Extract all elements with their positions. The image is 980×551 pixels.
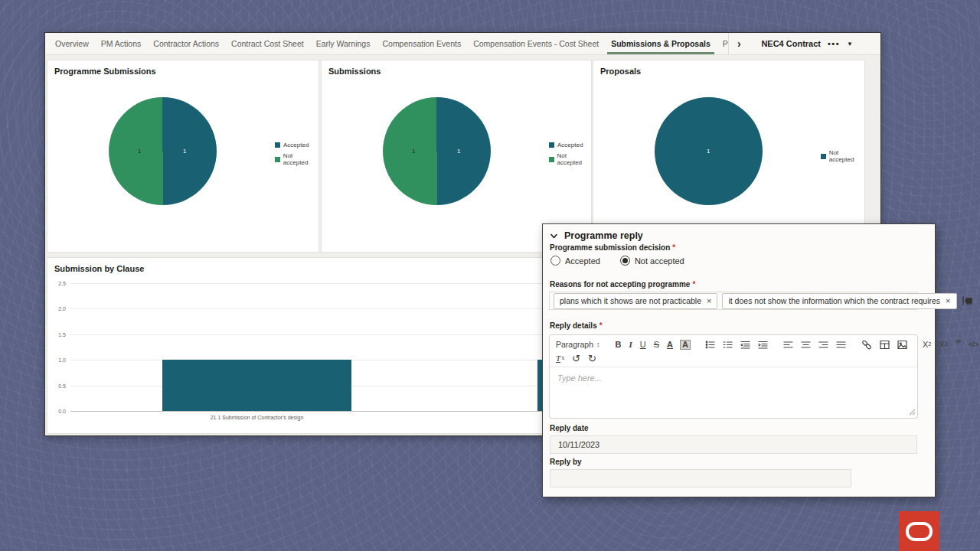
reasons-field-label: Reasons for not accepting programme* <box>550 280 695 289</box>
reason-chip[interactable]: it does not show the information which t… <box>722 293 956 309</box>
insert-link-icon[interactable] <box>861 340 872 350</box>
pie-value-accepted: 1 <box>457 148 460 155</box>
y-axis-tick: 1.5 <box>47 332 66 337</box>
chip-remove-icon[interactable]: × <box>707 296 711 305</box>
blockquote-icon[interactable]: ” <box>956 339 961 350</box>
underline-button[interactable]: U <box>640 341 646 349</box>
redo-icon[interactable]: ↻ <box>588 354 596 364</box>
pie-chart-proposals[interactable]: 1 <box>655 97 763 205</box>
chip-remove-icon[interactable]: × <box>946 296 950 305</box>
oracle-o-icon <box>906 522 933 541</box>
rich-text-editor: Paragraph ↕ B I U S A A <box>549 334 918 419</box>
legend-label: Not accepted <box>829 149 864 163</box>
radio-option-not-accepted[interactable]: Not accepted <box>620 256 684 266</box>
tab-contractor-actions[interactable]: Contractor Actions <box>147 33 225 54</box>
align-center-icon[interactable] <box>801 340 811 350</box>
pie-value-not-accepted: 1 <box>138 148 141 155</box>
required-marker: * <box>672 243 675 252</box>
tab-compensation-events[interactable]: Compensation Events <box>376 33 467 54</box>
legend-item-accepted[interactable]: Accepted <box>275 142 318 148</box>
radio-unselected-icon[interactable] <box>550 256 560 266</box>
legend-item-not-accepted[interactable]: Not accepted <box>549 152 591 166</box>
contract-title: NEC4 Contract <box>761 39 821 48</box>
tab-overview[interactable]: Overview <box>49 33 95 54</box>
strikethrough-button[interactable]: S <box>654 341 659 349</box>
subscript-button[interactable]: X2 <box>923 341 932 349</box>
dialog-header: Programme reply <box>550 230 643 241</box>
tab-compensation-events-cost-sheet[interactable]: Compensation Events - Cost Sheet <box>467 33 605 54</box>
y-axis-tick: 1.0 <box>47 357 66 363</box>
indent-icon[interactable] <box>758 340 768 350</box>
insert-table-icon[interactable] <box>880 340 890 350</box>
insert-image-icon[interactable] <box>897 340 907 350</box>
italic-button[interactable]: I <box>629 341 632 349</box>
resize-handle-icon[interactable] <box>909 405 916 419</box>
code-view-icon[interactable]: </> <box>969 341 979 348</box>
legend-item-not-accepted[interactable]: Not accepted <box>275 152 318 166</box>
radio-label: Accepted <box>565 256 600 266</box>
superscript-button[interactable]: X2 <box>939 341 949 349</box>
justify-icon[interactable] <box>836 340 846 350</box>
tab-proposals-cost-sheet[interactable]: Proposals - Cost Sheet <box>717 33 729 54</box>
paragraph-style-dropdown[interactable]: Paragraph ↕ <box>556 341 600 349</box>
outdent-icon[interactable] <box>740 340 750 350</box>
bar-21-1-submission[interactable] <box>162 360 351 411</box>
chart-legend: Not accepted <box>821 149 864 163</box>
chart-title: Proposals <box>600 67 641 76</box>
y-axis-tick: 0.0 <box>47 409 66 414</box>
contract-dropdown-caret-icon[interactable]: ▼ <box>847 41 853 47</box>
legend-item-accepted[interactable]: Accepted <box>549 142 591 148</box>
tab-bar: Overview PM Actions Contractor Actions C… <box>45 33 880 55</box>
contract-header: NEC4 Contract ••• ▼ <box>749 33 880 54</box>
oracle-logo <box>899 511 939 551</box>
y-axis-tick: 2.5 <box>47 281 66 286</box>
select-from-list-icon[interactable] <box>962 293 973 308</box>
bold-button[interactable]: B <box>616 341 622 349</box>
more-actions-icon[interactable]: ••• <box>828 39 840 48</box>
tab-submissions-proposals[interactable]: Submissions & Proposals <box>605 33 717 54</box>
highlight-color-button[interactable]: A <box>681 341 690 349</box>
chart-legend: Accepted Not accepted <box>275 142 318 166</box>
chip-text: it does not show the information which t… <box>728 296 940 305</box>
reply-by-input[interactable] <box>550 469 851 487</box>
editor-toolbar: Paragraph ↕ B I U S A A <box>550 335 917 367</box>
pie-chart-programme-submissions[interactable]: 1 1 <box>109 97 217 205</box>
reply-details-textarea[interactable]: Type here... <box>550 367 917 420</box>
tab-pm-actions[interactable]: PM Actions <box>95 33 148 54</box>
tab-contract-cost-sheet[interactable]: Contract Cost Sheet <box>225 33 310 54</box>
undo-icon[interactable]: ↺ <box>572 354 580 364</box>
reasons-chips-field[interactable]: plans which it shows are not practicable… <box>549 292 918 310</box>
reply-by-field-label: Reply by <box>550 458 582 466</box>
reply-details-field-label: Reply details* <box>550 321 603 330</box>
required-marker: * <box>599 321 603 330</box>
chart-legend: Accepted Not accepted <box>549 142 591 166</box>
tab-scroll-area: Overview PM Actions Contractor Actions C… <box>45 33 728 54</box>
chart-title: Submissions <box>328 67 381 76</box>
chart-title: Programme Submissions <box>54 67 156 76</box>
legend-swatch-teal <box>821 154 826 159</box>
x-axis-category-label: 21.1 Submission of Contractor's design <box>162 415 351 420</box>
radio-selected-icon[interactable] <box>620 256 630 266</box>
required-marker: * <box>692 280 695 289</box>
legend-swatch-green <box>275 157 280 162</box>
collapse-chevron-icon[interactable] <box>550 232 558 240</box>
radio-option-accepted[interactable]: Accepted <box>550 256 600 266</box>
legend-item-not-accepted[interactable]: Not accepted <box>821 149 864 163</box>
text-color-button[interactable]: A <box>667 341 673 349</box>
pie-value-not-accepted: 1 <box>412 148 415 155</box>
clear-formatting-icon[interactable]: Tx <box>556 354 564 363</box>
tab-early-warnings[interactable]: Early Warnings <box>310 33 377 54</box>
align-left-icon[interactable] <box>783 340 793 350</box>
reason-chip[interactable]: plans which it shows are not practicable… <box>554 293 717 309</box>
tab-overflow-chevron-icon[interactable]: › <box>729 33 749 54</box>
radio-label: Not accepted <box>635 256 684 266</box>
pie-chart-submissions[interactable]: 1 1 <box>383 97 491 205</box>
legend-label: Accepted <box>283 142 309 148</box>
pie-value-accepted: 1 <box>183 148 186 155</box>
legend-swatch-green <box>549 157 554 162</box>
bullet-list-icon[interactable] <box>705 340 715 350</box>
reply-date-input[interactable]: 10/11/2023 <box>550 435 917 454</box>
align-right-icon[interactable] <box>818 340 828 350</box>
reply-date-field-label: Reply date <box>550 424 589 432</box>
numbered-list-icon[interactable] <box>723 340 733 350</box>
